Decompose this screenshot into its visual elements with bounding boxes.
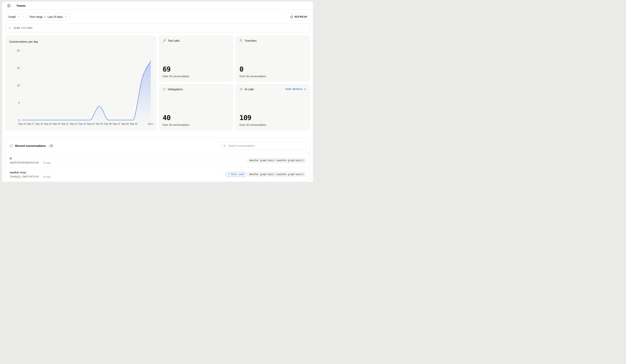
chevron-down-icon	[65, 15, 67, 18]
svg-text:Sep 17: Sep 17	[27, 122, 34, 125]
stat-caption: Over 35 conversations	[163, 123, 229, 126]
svg-text:Sep 22: Sep 22	[70, 122, 78, 125]
search-icon	[223, 145, 226, 147]
stat-card-tool-calls: Tool calls 69 Over 35 conversations	[158, 35, 233, 82]
page-title: Traces	[16, 4, 26, 7]
stat-value: 40	[163, 114, 229, 121]
sparkles-icon	[239, 87, 243, 91]
recent-conversations-card: Recent conversations 35 hi mqHZP2EGh9h9B…	[5, 138, 310, 182]
svg-text:Sep 19: Sep 19	[44, 122, 52, 125]
refresh-button[interactable]: REFRESH	[287, 13, 310, 20]
top-bar: Traces	[2, 1, 313, 10]
stat-value: 0	[239, 66, 306, 73]
chevron-right-icon	[9, 27, 11, 29]
tools-used-badge: 2 tools used	[226, 172, 246, 177]
search-conversations-box[interactable]	[221, 142, 306, 150]
view-details-label: VIEW DETAILS	[285, 88, 303, 90]
svg-text:0: 0	[18, 119, 20, 121]
conversation-row[interactable]: hi mqHZP2EGh9h9BpFEwEs40 · 1h ago Weathe…	[5, 154, 310, 167]
view-selector-dropdown[interactable]: Graph	[5, 13, 23, 20]
svg-text:Sep 25: Sep 25	[96, 122, 103, 125]
stat-caption: Over 35 conversations	[239, 75, 306, 78]
stat-caption: Over 35 conversations	[163, 75, 229, 78]
svg-text:Sep 20: Sep 20	[53, 122, 60, 125]
stat-card-delegations: Delegations 40 Over 35 conversations	[158, 84, 233, 130]
svg-text:Sep 24: Sep 24	[87, 122, 95, 125]
conversation-time: 1h ago	[43, 161, 51, 164]
arrow-up-right-icon	[304, 88, 306, 90]
stat-title: Delegations	[168, 87, 183, 91]
svg-text:20: 20	[17, 49, 20, 52]
toolbar: Graph Time range is Last 15 days REFRESH	[5, 13, 310, 20]
sidebar-toggle-button[interactable]	[6, 3, 12, 8]
users-icon	[239, 39, 243, 42]
svg-text:Sep 29: Sep 29	[130, 122, 137, 125]
stats-grid: Conversations per day 05101520Sep 16Sep …	[5, 35, 310, 130]
svg-text:Sep 28: Sep 28	[121, 122, 129, 125]
conversation-id: ZVeWXgZy_Z6WltVd73s3G	[10, 175, 39, 178]
view-details-link[interactable]: VIEW DETAILS	[285, 88, 306, 90]
message-square-icon	[10, 144, 13, 148]
filter-value-label: Last 15 days	[48, 15, 63, 18]
conversation-title: hi	[10, 157, 50, 160]
svg-text:15: 15	[17, 67, 20, 69]
stat-value: 69	[163, 66, 229, 73]
search-conversations-input[interactable]	[228, 144, 303, 148]
svg-text:Sep 18: Sep 18	[35, 122, 43, 125]
svg-text:Sep 16: Sep 16	[18, 122, 26, 125]
main-panel: Traces Graph Time range is Last 15 days …	[2, 1, 313, 182]
refresh-label: REFRESH	[295, 15, 307, 18]
conversations-per-day-chart: 05101520Sep 16Sep 17Sep 18Sep 19Sep 20Se…	[5, 35, 156, 130]
svg-text:5: 5	[18, 102, 20, 104]
svg-text:Sep 23: Sep 23	[78, 122, 86, 125]
filter-field-label: Time range	[29, 15, 43, 18]
chart-title: Conversations per day	[9, 40, 38, 43]
stat-title: AI calls	[245, 87, 254, 91]
svg-text:10: 10	[17, 84, 20, 87]
svg-text:Sep 26: Sep 26	[104, 122, 112, 125]
agent-tag: Weather graph basic (weather-graph-basic…	[247, 158, 306, 163]
conversations-per-day-chart-card: Conversations per day 05101520Sep 16Sep …	[5, 35, 156, 130]
conversation-id: mqHZP2EGh9h9BpFEwEs40	[10, 161, 39, 164]
refresh-icon	[290, 15, 293, 18]
stat-card-ai-calls: AI calls VIEW DETAILS 109 Over 35 conver…	[235, 84, 310, 130]
stat-value: 109	[239, 114, 306, 121]
conversation-time: 2h ago	[43, 175, 51, 178]
meta-dot: ·	[40, 175, 41, 178]
span-filters-label: SPAN FILTERS	[14, 27, 33, 29]
svg-text:Oct 1: Oct 1	[148, 122, 154, 125]
stat-title: Tool calls	[168, 39, 180, 42]
recent-conversations-header: Recent conversations 35	[5, 138, 310, 154]
svg-text:Sep 21: Sep 21	[61, 122, 69, 125]
stat-card-transfers: Transfers 0 Over 35 conversations	[235, 35, 310, 82]
svg-text:Sep 27: Sep 27	[113, 122, 120, 125]
filter-operator-label: is	[44, 15, 46, 18]
span-filters-toggle[interactable]: SPAN FILTERS	[5, 24, 310, 32]
conversation-count-badge: 35	[48, 144, 54, 148]
panel-left-icon	[7, 4, 11, 7]
wrench-icon	[163, 39, 166, 42]
view-selector-label: Graph	[8, 15, 16, 18]
stat-title: Transfers	[245, 39, 257, 42]
meta-dot: ·	[40, 161, 41, 164]
conversation-title: weather innyc	[10, 171, 50, 174]
recent-conversations-title: Recent conversations	[15, 144, 46, 148]
swap-arrows-icon	[163, 87, 166, 91]
agent-tag: Weather graph basic (weather-graph-basic…	[247, 172, 306, 177]
conversation-row[interactable]: weather innyc ZVeWXgZy_Z6WltVd73s3G · 2h…	[5, 167, 310, 181]
time-range-filter-dropdown[interactable]: Time range is Last 15 days	[26, 13, 70, 20]
chevron-down-icon	[18, 15, 20, 18]
stat-caption: Over 35 conversations	[239, 123, 306, 126]
